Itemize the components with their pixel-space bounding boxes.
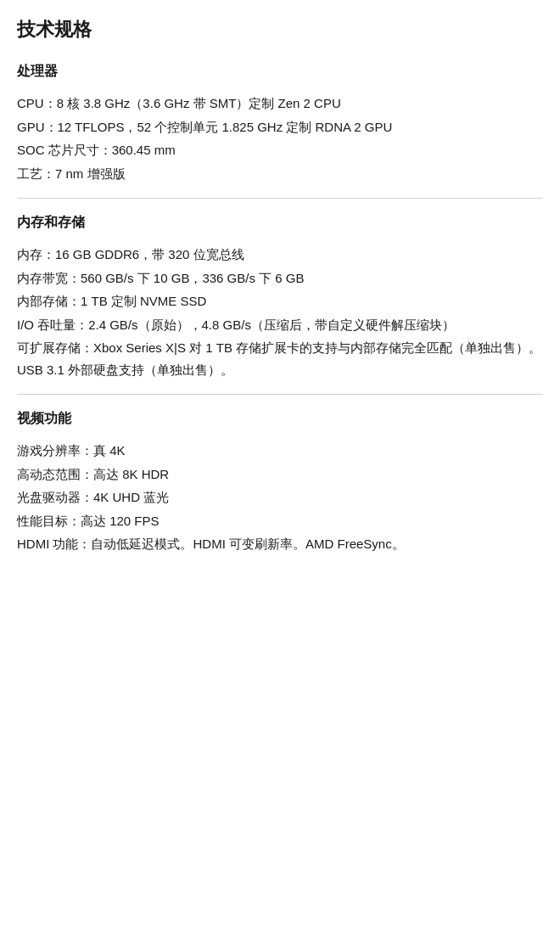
section-memory-storage: 内存和存储内存：16 GB GDDR6，带 320 位宽总线内存带宽：560 G… <box>17 214 543 380</box>
section-divider <box>17 198 543 199</box>
section-title-memory-storage: 内存和存储 <box>17 214 543 232</box>
spec-item: 内存：16 GB GDDR6，带 320 位宽总线 <box>17 244 543 266</box>
section-content-video: 游戏分辨率：真 4K高动态范围：高达 8K HDR光盘驱动器：4K UHD 蓝光… <box>17 440 543 555</box>
section-processor: 处理器CPU：8 核 3.8 GHz（3.6 GHz 带 SMT）定制 Zen … <box>17 63 543 184</box>
section-video: 视频功能游戏分辨率：真 4K高动态范围：高达 8K HDR光盘驱动器：4K UH… <box>17 410 543 555</box>
spec-item: I/O 吞吐量：2.4 GB/s（原始），4.8 GB/s（压缩后，带自定义硬件… <box>17 314 543 336</box>
spec-item: 工艺：7 nm 增强版 <box>17 163 543 185</box>
spec-item: HDMI 功能：自动低延迟模式。HDMI 可变刷新率。AMD FreeSync。 <box>17 533 543 555</box>
spec-item: 可扩展存储：Xbox Series X|S 对 1 TB 存储扩展卡的支持与内部… <box>17 337 543 380</box>
spec-item: 光盘驱动器：4K UHD 蓝光 <box>17 486 543 508</box>
spec-item: 游戏分辨率：真 4K <box>17 440 543 462</box>
spec-item: SOC 芯片尺寸：360.45 mm <box>17 139 543 161</box>
section-content-memory-storage: 内存：16 GB GDDR6，带 320 位宽总线内存带宽：560 GB/s 下… <box>17 244 543 380</box>
section-content-processor: CPU：8 核 3.8 GHz（3.6 GHz 带 SMT）定制 Zen 2 C… <box>17 93 543 184</box>
spec-item: 性能目标：高达 120 FPS <box>17 510 543 532</box>
spec-item: 内存带宽：560 GB/s 下 10 GB，336 GB/s 下 6 GB <box>17 267 543 289</box>
section-title-processor: 处理器 <box>17 63 543 81</box>
section-divider <box>17 394 543 395</box>
spec-item: 内部存储：1 TB 定制 NVME SSD <box>17 290 543 312</box>
spec-item: 高动态范围：高达 8K HDR <box>17 464 543 486</box>
spec-item: GPU：12 TFLOPS，52 个控制单元 1.825 GHz 定制 RDNA… <box>17 116 543 138</box>
page-title: 技术规格 <box>17 17 543 42</box>
spec-item: CPU：8 核 3.8 GHz（3.6 GHz 带 SMT）定制 Zen 2 C… <box>17 93 543 115</box>
section-title-video: 视频功能 <box>17 410 543 428</box>
